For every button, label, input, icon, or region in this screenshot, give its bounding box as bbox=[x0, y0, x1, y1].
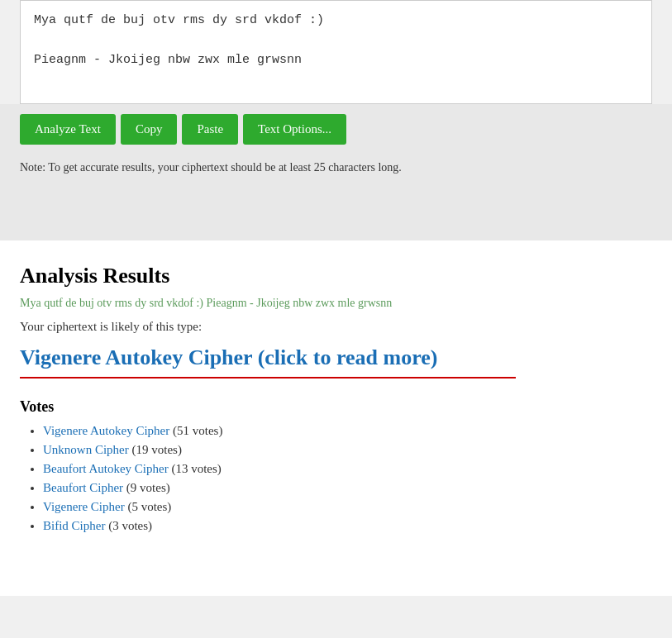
vote-count-vigenere-autokey: (51 votes) bbox=[173, 424, 222, 437]
paste-button[interactable]: Paste bbox=[182, 114, 238, 145]
vote-count-vigenere: (5 votes) bbox=[127, 500, 171, 513]
analyze-text-button[interactable]: Analyze Text bbox=[20, 114, 116, 145]
text-options-button[interactable]: Text Options... bbox=[243, 114, 346, 145]
list-item: Beaufort Autokey Cipher (13 votes) bbox=[43, 462, 652, 476]
list-item: Beaufort Cipher (9 votes) bbox=[43, 481, 652, 495]
copy-button[interactable]: Copy bbox=[121, 114, 178, 145]
list-item: Vigenere Cipher (5 votes) bbox=[43, 500, 652, 514]
cipher-input[interactable]: Mya qutf de buj otv rms dy srd vkdof :) … bbox=[34, 11, 638, 90]
vote-link-beaufort-autokey[interactable]: Beaufort Autokey Cipher bbox=[43, 462, 169, 475]
list-item: Unknown Cipher (19 votes) bbox=[43, 443, 652, 457]
list-item: Vigenere Autokey Cipher (51 votes) bbox=[43, 424, 652, 438]
cipher-display-text: Mya qutf de buj otv rms dy srd vkdof :) … bbox=[20, 297, 652, 310]
vote-count-bifid: (3 votes) bbox=[108, 519, 152, 532]
vote-link-unknown[interactable]: Unknown Cipher bbox=[43, 443, 129, 456]
vote-link-vigenere-autokey[interactable]: Vigenere Autokey Cipher bbox=[43, 424, 169, 437]
vote-link-beaufort[interactable]: Beaufort Cipher bbox=[43, 481, 123, 494]
cipher-name-link[interactable]: Vigenere Autokey Cipher (click to read m… bbox=[20, 345, 516, 370]
vote-link-bifid[interactable]: Bifid Cipher bbox=[43, 519, 105, 532]
vote-count-unknown: (19 votes) bbox=[132, 443, 182, 456]
votes-title: Votes bbox=[20, 398, 652, 416]
note-text: Note: To get accurate results, your ciph… bbox=[20, 161, 402, 174]
votes-list: Vigenere Autokey Cipher (51 votes) Unkno… bbox=[20, 424, 652, 533]
list-item: Bifid Cipher (3 votes) bbox=[43, 519, 652, 533]
vote-link-vigenere[interactable]: Vigenere Cipher bbox=[43, 500, 125, 513]
vote-count-beaufort: (9 votes) bbox=[126, 481, 170, 494]
likely-type-label: Your ciphertext is likely of this type: bbox=[20, 320, 652, 334]
results-title: Analysis Results bbox=[20, 264, 652, 288]
vote-count-beaufort-autokey: (13 votes) bbox=[171, 462, 221, 475]
